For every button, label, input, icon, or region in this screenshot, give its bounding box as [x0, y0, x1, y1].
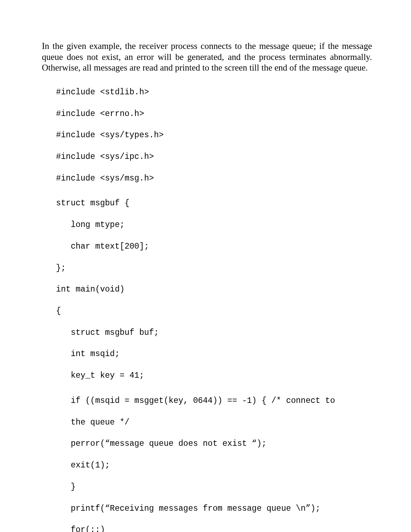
code-line: int main(void): [56, 284, 372, 295]
code-line: key_t key = 41;: [56, 370, 372, 381]
code-line: #include <errno.h>: [56, 109, 372, 119]
code-line: int msqid;: [56, 349, 372, 359]
code-line: #include <sys/ipc.h>: [56, 151, 372, 162]
code-line: long mtype;: [56, 220, 372, 230]
code-line: #include <stdlib.h>: [56, 87, 372, 98]
code-line: struct msgbuf {: [56, 198, 372, 209]
page: In the given example, the receiver proce…: [0, 0, 411, 532]
code-line: {: [56, 306, 372, 316]
code-line: };: [56, 263, 372, 273]
code-block: #include <stdlib.h> #include <errno.h> #…: [56, 76, 372, 532]
code-line: struct msgbuf buf;: [56, 327, 372, 338]
code-line: exit(1);: [56, 460, 372, 471]
code-line: printf(“Receiving messages from message …: [56, 503, 372, 514]
code-line: char mtext[200];: [56, 241, 372, 252]
code-line: #include <sys/msg.h>: [56, 173, 372, 184]
code-line: the queue */: [56, 417, 372, 428]
code-line: perror(“message queue does not exist “);: [56, 438, 372, 449]
code-line: #include <sys/types.h>: [56, 130, 372, 140]
code-line: if ((msqid = msgget(key, 0644)) == -1) {…: [56, 395, 372, 406]
code-line: }: [56, 482, 372, 492]
intro-paragraph: In the given example, the receiver proce…: [42, 41, 372, 73]
code-line: for(;;): [56, 525, 372, 532]
